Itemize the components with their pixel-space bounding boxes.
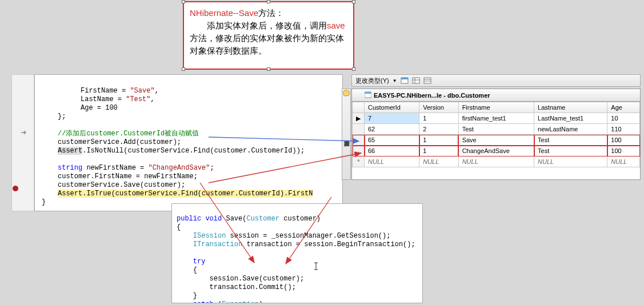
data-cell[interactable]: Test xyxy=(458,124,534,135)
data-cell[interactable]: 1 xyxy=(419,135,458,146)
code-line: customerService.Save(customer); xyxy=(58,181,185,189)
data-cell[interactable]: LastName_test1 xyxy=(534,113,607,124)
data-cell[interactable]: 7 xyxy=(365,113,419,124)
svg-rect-10 xyxy=(365,92,371,94)
row-pointer-cell[interactable]: * xyxy=(353,156,365,167)
data-cell[interactable]: 62 xyxy=(365,124,419,135)
code-line: customerService.Add(customer); xyxy=(58,138,181,146)
table-row[interactable]: *NULLNULLNULLNULLNULL xyxy=(353,156,640,167)
data-cell[interactable]: NULL xyxy=(365,156,419,167)
table-row[interactable]: 622TestnewLastName110 xyxy=(353,124,640,135)
table-header-row: CustomerId Version Firstname Lastname Ag… xyxy=(353,102,640,113)
data-cell[interactable]: 2 xyxy=(419,124,458,135)
code-line: ISession session = _sessionManager.GetSe… xyxy=(177,232,390,240)
tab-title: EASY5-PC.NHibern...le - dbo.Customer xyxy=(374,92,490,99)
dropdown-icon[interactable]: ▼ xyxy=(393,78,397,83)
data-cell[interactable]: NULL xyxy=(534,156,607,167)
svg-rect-2 xyxy=(413,78,419,83)
column-header[interactable]: Lastname xyxy=(534,102,607,113)
data-cell[interactable]: 100 xyxy=(607,135,640,146)
row-pointer-cell[interactable] xyxy=(353,135,365,146)
code-line: Age = 100 xyxy=(81,104,118,112)
data-grid-panel: EASY5-PC.NHibern...le - dbo.Customer Cus… xyxy=(351,89,641,180)
data-cell[interactable]: newLastName xyxy=(534,124,607,135)
data-cell[interactable]: 1 xyxy=(419,146,458,156)
code-line: { xyxy=(177,223,181,231)
toolbar-table-icon[interactable] xyxy=(423,77,431,85)
resize-handle-icon[interactable] xyxy=(182,0,185,3)
row-pointer-cell[interactable] xyxy=(353,124,365,135)
code-line: Assert.IsNotNull(customerService.Find(cu… xyxy=(58,147,305,155)
data-cell[interactable]: 1 xyxy=(419,113,458,124)
table-row[interactable]: 651SaveTest100 xyxy=(353,135,640,146)
code-line: customer.FirstName = newFirstName; xyxy=(58,172,198,180)
data-cell[interactable]: Save xyxy=(458,135,534,146)
code-line: //添加后customer.CustomerId被自动赋值 xyxy=(58,130,199,138)
data-tab[interactable]: EASY5-PC.NHibern...le - dbo.Customer xyxy=(352,89,640,102)
sql-toolbar: 更改类型(Y) ▼ xyxy=(351,74,641,87)
resize-handle-icon[interactable] xyxy=(352,67,355,71)
row-selector-header xyxy=(353,102,365,113)
code-line: } xyxy=(177,292,197,300)
code-editor[interactable]: FirstName = "Save", LastName = "Test", A… xyxy=(34,74,343,211)
toolbar-sql-icon[interactable] xyxy=(401,77,409,85)
table-row[interactable]: 661ChangeAndSaveTest100 xyxy=(353,146,640,156)
annotation-callout: NHibernate--Save方法： 添加实体对象后，修改值，调用save方法… xyxy=(183,1,354,70)
data-cell[interactable]: Test xyxy=(534,146,607,156)
data-cell[interactable]: Test xyxy=(534,135,607,146)
data-cell[interactable]: NULL xyxy=(458,156,534,167)
annotation-title: NHibernate--Save xyxy=(190,8,258,18)
data-cell[interactable]: NULL xyxy=(607,156,640,167)
code-line: LastName = "Test", xyxy=(81,95,155,103)
table-row[interactable]: ▶71firstName_test1LastName_test110 xyxy=(353,113,640,124)
resize-handle-icon[interactable] xyxy=(352,0,355,3)
data-cell[interactable]: 100 xyxy=(607,146,640,156)
data-cell[interactable]: ChangeAndSave xyxy=(458,146,534,156)
column-header[interactable]: CustomerId xyxy=(365,102,419,113)
code-line: { xyxy=(177,266,197,274)
data-cell[interactable]: firstName_test1 xyxy=(458,113,534,124)
code-line: public void Save(Customer customer) xyxy=(177,215,321,223)
data-cell[interactable]: 10 xyxy=(607,113,640,124)
row-pointer-cell[interactable]: ▶ xyxy=(353,113,365,124)
column-header[interactable]: Version xyxy=(419,102,458,113)
toolbar-grid-icon[interactable] xyxy=(412,77,420,85)
code-line: catch (Exception) xyxy=(177,300,263,303)
code-line: } xyxy=(42,198,46,206)
gutter-arrow-icon xyxy=(20,129,28,139)
data-grid[interactable]: CustomerId Version Firstname Lastname Ag… xyxy=(352,102,640,167)
code-line: }; xyxy=(58,113,66,121)
object-explorer-tab[interactable]: 对象资源管理器 xyxy=(342,89,351,180)
resize-handle-icon[interactable] xyxy=(267,0,270,3)
code-line: transaction.Commit(); xyxy=(177,283,296,291)
code-line: string newFirstName = "ChangeAndSave"; xyxy=(58,164,214,172)
row-pointer-cell[interactable] xyxy=(353,146,365,156)
column-header[interactable]: Firstname xyxy=(458,102,534,113)
data-cell[interactable]: 65 xyxy=(365,135,419,146)
code-line: try xyxy=(177,258,205,266)
code-line: Assert.IsTrue(customerService.Find(custo… xyxy=(58,190,313,198)
resize-handle-icon[interactable] xyxy=(267,67,270,71)
data-cell[interactable]: 66 xyxy=(365,146,419,156)
breakpoint-marker[interactable] xyxy=(13,186,18,191)
code-snippet[interactable]: public void Save(Customer customer) { IS… xyxy=(171,203,423,303)
change-type-dropdown[interactable]: 更改类型(Y) xyxy=(355,77,389,85)
resize-handle-icon[interactable] xyxy=(182,67,185,71)
svg-rect-1 xyxy=(401,78,408,79)
svg-rect-5 xyxy=(424,78,431,83)
database-icon xyxy=(343,90,350,97)
data-cell[interactable]: 110 xyxy=(607,124,640,135)
data-cell[interactable]: NULL xyxy=(419,156,458,167)
table-icon xyxy=(365,91,371,99)
code-line: ITransaction transaction = session.Begin… xyxy=(177,240,415,248)
code-line: FirstName = "Save", xyxy=(81,87,159,95)
column-header[interactable]: Age xyxy=(607,102,640,113)
code-line: session.Save(customer); xyxy=(177,275,304,283)
